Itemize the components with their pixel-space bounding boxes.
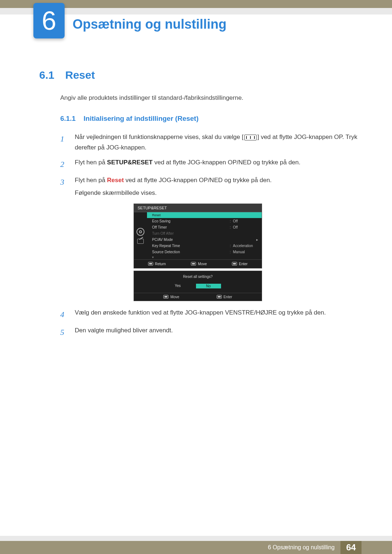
osd-item-keyrepeat[interactable]: Key Repeat Time:Acceleration — [147, 243, 262, 249]
step-2-bold: SETUP&RESET — [107, 159, 153, 166]
osd-item-label: Off Timer — [152, 225, 167, 229]
step-text: Vælg den ønskede funktion ved at flytte … — [75, 308, 359, 321]
osd-move[interactable]: Move — [191, 262, 207, 266]
osd-item-value: Acceleration — [233, 244, 253, 248]
subsection-number: 6.1.1 — [60, 115, 75, 123]
osd-item-label: PC/AV Mode — [152, 238, 173, 242]
menu-icon — [244, 135, 257, 140]
gear-icon — [136, 228, 144, 236]
osd-menu: SETUP&RESET Reset Eco Saving:Off Off Tim… — [134, 204, 262, 268]
osd-screenshot-group: SETUP&RESET Reset Eco Saving:Off Off Tim… — [134, 204, 359, 301]
step-2-post: ved at flytte JOG-knappen OP/NED og tryk… — [152, 159, 300, 166]
osd-item-label: Source Detection — [152, 250, 180, 254]
chapter-title: Opsætning og nulstilling — [73, 17, 226, 32]
osd-item-offtimer[interactable]: Off Timer:Off — [147, 224, 262, 230]
chapter-number: 6 — [42, 8, 56, 34]
section-heading: 6.1 Reset — [39, 69, 359, 81]
confirm-no[interactable]: No — [196, 284, 221, 288]
scroll-down-icon: ▾ — [147, 255, 262, 259]
osd-footer-label: Enter — [239, 262, 248, 266]
step-3: 3 Flyt hen på Reset ved at flytte JOG-kn… — [60, 175, 359, 198]
osd-footer-label: Return — [155, 262, 166, 266]
step-number: 1 — [60, 132, 67, 153]
step-text: Flyt hen på Reset ved at flytte JOG-knap… — [75, 175, 359, 198]
step-2: 2 Flyt hen på SETUP&RESET ved at flytte … — [60, 157, 359, 171]
confirm-move[interactable]: Move — [163, 295, 179, 299]
confirm-options: Yes No — [134, 284, 262, 293]
osd-item-list: Reset Eco Saving:Off Off Timer:Off Turn … — [147, 212, 262, 259]
step-number: 3 — [60, 175, 67, 198]
osd-item-value: Off — [233, 219, 238, 223]
step-3-bold: Reset — [107, 177, 124, 184]
osd-return[interactable]: Return — [148, 262, 166, 266]
confirm-enter[interactable]: Enter — [217, 295, 232, 299]
footer-chapter-label: 6 Opsætning og nulstilling — [268, 544, 335, 551]
step-1-pre: Når vejledningen til funktionsknapperne … — [75, 134, 244, 140]
return-key-icon — [148, 262, 153, 266]
osd-item-pcav[interactable]: PC/AV Mode — [147, 237, 262, 243]
step-3-pre: Flyt hen på — [75, 177, 107, 184]
subsection-heading: 6.1.1 Initialisering af indstillinger (R… — [60, 115, 359, 123]
step-number: 5 — [60, 325, 67, 339]
step-number: 2 — [60, 157, 67, 171]
osd-item-turnoff: Turn Off After — [147, 230, 262, 237]
step-4: 4 Vælg den ønskede funktion ved at flytt… — [60, 308, 359, 321]
subsection-title: Initialisering af indstillinger (Reset) — [83, 115, 199, 123]
osd-item-value: Off — [233, 225, 238, 229]
footer-bar-light — [0, 536, 392, 541]
step-3-tail: Følgende skærmbillede vises. — [75, 188, 359, 198]
osd-item-value: Manual — [233, 250, 245, 254]
osd-footer-label: Move — [170, 295, 179, 299]
osd-enter[interactable]: Enter — [232, 262, 248, 266]
move-key-icon — [163, 295, 168, 299]
page-content: 6.1 Reset Angiv alle produktets indstill… — [39, 69, 359, 344]
page-number: 64 — [340, 541, 362, 554]
osd-confirm-dialog: Reset all settings? Yes No Move Enter — [134, 271, 262, 301]
step-text: Når vejledningen til funktionsknapperne … — [75, 132, 359, 153]
section-intro: Angiv alle produktets indstillinger til … — [60, 94, 359, 102]
step-2-pre: Flyt hen på — [75, 159, 107, 166]
step-3-post: ved at flytte JOG-knappen OP/NED og tryk… — [124, 177, 271, 184]
step-1: 1 Når vejledningen til funktionsknappern… — [60, 132, 359, 153]
footer-bar: 6 Opsætning og nulstilling 64 — [0, 541, 392, 554]
confirm-footer: Move Enter — [134, 293, 262, 301]
step-text: Den valgte mulighed bliver anvendt. — [75, 325, 359, 339]
osd-footer: Return Move Enter — [134, 259, 262, 268]
chapter-badge: 6 — [33, 3, 65, 38]
confirm-yes[interactable]: Yes — [175, 284, 180, 288]
step-text: Flyt hen på SETUP&RESET ved at flytte JO… — [75, 157, 359, 171]
move-key-icon — [191, 262, 196, 266]
step-5: 5 Den valgte mulighed bliver anvendt. — [60, 325, 359, 339]
osd-footer-label: Enter — [224, 295, 232, 299]
section-number: 6.1 — [39, 69, 54, 81]
osd-sidebar — [134, 212, 147, 259]
osd-item-label: Eco Saving — [152, 219, 171, 223]
enter-key-icon — [217, 295, 222, 299]
osd-item-eco[interactable]: Eco Saving:Off — [147, 218, 262, 224]
osd-footer-label: Move — [198, 262, 207, 266]
section-title: Reset — [65, 69, 95, 81]
osd-item-sourcedet[interactable]: Source Detection:Manual — [147, 249, 262, 255]
enter-key-icon — [232, 262, 237, 266]
confirm-question: Reset all settings? — [134, 271, 262, 284]
osd-item-label: Reset — [152, 213, 161, 217]
osd-header: SETUP&RESET — [134, 204, 262, 212]
osd-item-reset[interactable]: Reset — [147, 212, 262, 218]
osd-item-label: Turn Off After — [152, 231, 173, 235]
speaker-icon — [137, 239, 144, 244]
osd-item-label: Key Repeat Time — [152, 244, 180, 248]
step-number: 4 — [60, 308, 67, 321]
